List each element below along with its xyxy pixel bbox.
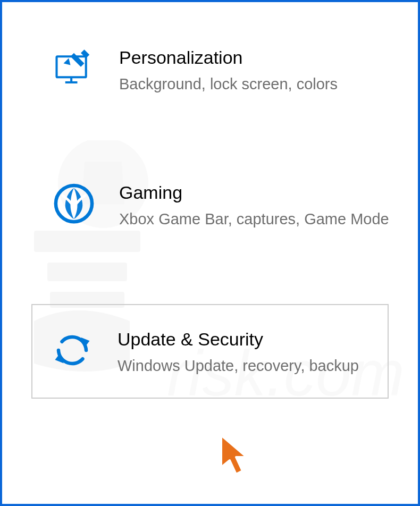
personalization-icon	[50, 45, 98, 92]
update-security-icon	[48, 326, 96, 374]
settings-list: Personalization Background, lock screen,…	[2, 2, 418, 399]
item-desc: Windows Update, recovery, backup	[117, 356, 385, 376]
settings-item-personalization[interactable]: Personalization Background, lock screen,…	[2, 34, 418, 105]
settings-item-gaming[interactable]: Gaming Xbox Game Bar, captures, Game Mod…	[2, 169, 418, 240]
settings-item-text: Update & Security Windows Update, recove…	[117, 326, 385, 376]
item-title: Update & Security	[117, 328, 385, 350]
cursor-pointer-icon	[215, 433, 263, 488]
settings-item-text: Personalization Background, lock screen,…	[119, 45, 397, 95]
item-desc: Xbox Game Bar, captures, Game Mode	[119, 209, 397, 230]
item-title: Personalization	[119, 47, 397, 69]
svg-rect-5	[57, 56, 86, 77]
item-desc: Background, lock screen, colors	[119, 74, 397, 95]
settings-item-text: Gaming Xbox Game Bar, captures, Game Mod…	[119, 180, 397, 230]
gaming-icon	[50, 180, 98, 227]
item-title: Gaming	[119, 182, 397, 204]
settings-item-update-security[interactable]: Update & Security Windows Update, recove…	[31, 304, 389, 399]
